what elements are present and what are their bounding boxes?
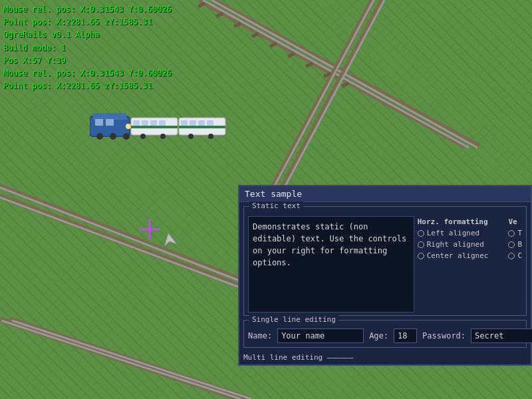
svg-rect-31 (133, 120, 140, 126)
debug-line-7: Point pos: X:2281.65 zY:1585.31 (3, 80, 172, 92)
svg-line-18 (234, 23, 241, 27)
radio-center-label: Center alignec (427, 251, 489, 260)
multi-line-label: Multi line editing —————— (239, 352, 531, 364)
debug-line-1: Mouse rel. pos: X:0.31543 Y:0.60026 (3, 3, 172, 16)
svg-rect-35 (131, 126, 178, 128)
ui-panel: Text sample Static text Demonstrates sta… (238, 185, 532, 366)
svg-point-45 (140, 134, 146, 139)
svg-rect-28 (106, 119, 114, 126)
svg-line-4 (266, 0, 372, 200)
selection-cross (140, 219, 160, 239)
formatting-controls: Horz. formatting Left aligned Right alig… (418, 217, 522, 263)
svg-line-17 (216, 13, 223, 17)
name-input[interactable] (277, 329, 364, 343)
radio-vert-top[interactable]: T (508, 229, 522, 237)
svg-line-24 (342, 83, 348, 86)
radio-vert-top-label: T (517, 229, 522, 237)
single-line-section: Single line editing Name: Age: Password: (243, 320, 527, 348)
panel-title: Text sample (239, 186, 531, 202)
static-section-label: Static text (249, 201, 303, 210)
svg-point-46 (160, 134, 166, 139)
debug-line-3: OgreRails v0.1 Alpha (3, 29, 172, 41)
svg-point-47 (188, 134, 194, 139)
radio-left-aligned[interactable]: Left aligned (418, 229, 489, 237)
radio-vert-center[interactable]: C (508, 251, 522, 260)
train (90, 103, 236, 158)
svg-line-8 (0, 186, 239, 279)
svg-rect-26 (93, 113, 126, 120)
single-section-label: Single line editing (249, 315, 338, 324)
svg-line-22 (306, 63, 313, 66)
svg-rect-33 (150, 120, 157, 126)
debug-line-4: Build mode: 1 (3, 42, 172, 55)
svg-point-48 (208, 134, 213, 139)
radio-vert-c-circle[interactable] (508, 253, 515, 259)
svg-point-29 (126, 124, 131, 129)
name-label: Name: (248, 331, 272, 340)
static-text-display: Demonstrates static (non editable) text.… (248, 216, 414, 313)
svg-line-11 (0, 198, 239, 287)
radio-center-aligned[interactable]: Center alignec (418, 251, 489, 260)
radio-vert-c-label: C (517, 251, 522, 260)
radio-right-aligned[interactable]: Right aligned (418, 240, 489, 249)
svg-line-20 (270, 43, 277, 47)
password-input[interactable] (471, 329, 532, 343)
debug-line-5: Pos X:57 Y:39 (3, 55, 172, 67)
radio-right-circle[interactable] (418, 241, 424, 248)
radio-center-circle[interactable] (418, 253, 424, 259)
radio-left-label: Left aligned (427, 229, 479, 237)
svg-rect-32 (142, 120, 148, 126)
debug-overlay: Mouse rel. pos: X:0.31543 Y:0.60026 Poin… (3, 3, 172, 92)
debug-line-2: Point pos: X:2281.65 zY:1585.31 (3, 16, 172, 29)
radio-left-circle[interactable] (418, 230, 424, 237)
svg-rect-37 (181, 120, 188, 126)
svg-point-51 (148, 227, 152, 231)
svg-line-19 (252, 33, 259, 37)
svg-rect-34 (159, 120, 166, 126)
vert-format-label: Ve (508, 217, 522, 226)
svg-line-16 (198, 3, 205, 7)
multi-section-label: Multi line editing (243, 353, 323, 362)
svg-line-15 (12, 321, 251, 399)
svg-line-6 (267, 0, 374, 200)
svg-point-42 (96, 133, 103, 140)
single-line-form: Name: Age: Password: (248, 329, 522, 343)
debug-line-6: Mouse rel. pos: X:0.31543 Y:0.60026 (3, 67, 172, 80)
svg-rect-40 (207, 120, 213, 126)
radio-vert-b-label: B (517, 240, 522, 249)
svg-point-43 (110, 133, 116, 140)
horz-format-label: Horz. formatting (418, 217, 489, 226)
radio-vert-bottom[interactable]: B (508, 240, 522, 249)
age-label: Age: (369, 331, 388, 340)
svg-line-7 (278, 0, 384, 200)
svg-rect-39 (198, 120, 205, 126)
age-input[interactable] (394, 329, 417, 343)
svg-line-5 (276, 0, 382, 200)
radio-vert-b-circle[interactable] (508, 241, 515, 248)
password-label: Password: (422, 331, 466, 340)
radio-vert-top-circle[interactable] (508, 230, 515, 237)
svg-rect-41 (179, 126, 225, 128)
svg-rect-38 (190, 120, 196, 126)
svg-line-14 (1, 321, 241, 399)
radio-right-label: Right aligned (427, 240, 484, 249)
svg-line-21 (288, 53, 295, 57)
static-text-section: Static text Demonstrates static (non edi… (243, 206, 527, 316)
svg-rect-27 (95, 119, 103, 126)
svg-line-10 (0, 188, 239, 281)
svg-line-9 (0, 196, 239, 286)
svg-point-44 (123, 133, 130, 140)
